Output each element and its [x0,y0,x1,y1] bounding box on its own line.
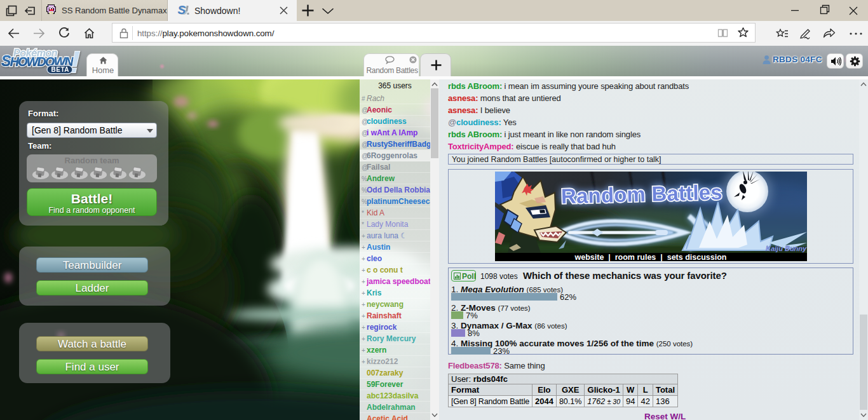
svg-text:Random Battles: Random Battles [560,180,722,208]
svg-text:BETA: BETA [51,66,69,73]
svg-text:S: S [178,3,186,17]
svg-text:website | room rules | set: website | room rules | sets discussion [574,253,726,261]
svg-text:Kaiju Bunny: Kaiju Bunny [766,245,807,252]
